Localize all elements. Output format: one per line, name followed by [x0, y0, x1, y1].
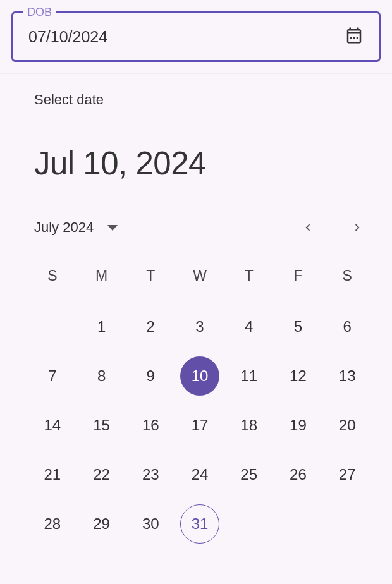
day-cell[interactable]: 5 [274, 302, 323, 351]
day-cell[interactable]: 3 [175, 302, 224, 351]
day-cell[interactable]: 27 [322, 450, 372, 499]
day-number: 27 [328, 455, 367, 494]
weekday-header: W [175, 259, 224, 302]
day-number: 29 [82, 504, 121, 544]
day-number: 19 [278, 406, 317, 445]
weekday-header: T [126, 259, 175, 302]
dob-input-label: DOB [23, 6, 56, 19]
calendar-grid: SMTWTFS123456789101112131415161718192021… [28, 259, 372, 549]
day-number: 30 [131, 504, 170, 544]
day-number: 8 [82, 356, 121, 396]
month-year-label: July 2024 [34, 219, 94, 236]
day-cell[interactable]: 4 [224, 302, 274, 351]
next-month-button[interactable] [350, 221, 364, 234]
day-cell[interactable]: 11 [224, 351, 274, 401]
day-cell[interactable]: 30 [126, 499, 175, 549]
weekday-header: F [274, 259, 323, 302]
day-number: 11 [230, 356, 269, 396]
calendar-icon[interactable] [345, 26, 364, 47]
day-cell[interactable]: 7 [28, 351, 77, 401]
day-number: 12 [278, 356, 317, 396]
day-number: 14 [33, 406, 72, 445]
day-number: 1 [82, 307, 121, 346]
day-cell[interactable]: 25 [224, 450, 274, 499]
day-number: 9 [131, 356, 170, 396]
day-number: 26 [278, 455, 317, 494]
dob-input[interactable]: DOB 07/10/2024 [11, 11, 381, 62]
chevron-down-icon [107, 225, 118, 231]
weekday-header: S [322, 259, 372, 302]
day-cell[interactable]: 28 [28, 499, 77, 549]
day-cell[interactable]: 15 [77, 401, 126, 450]
day-number: 15 [82, 406, 121, 445]
month-year-selector[interactable]: July 2024 [34, 219, 118, 236]
day-cell[interactable]: 29 [77, 499, 126, 549]
svg-rect-2 [357, 37, 358, 39]
day-number: 2 [131, 307, 170, 346]
day-number: 16 [131, 406, 170, 445]
date-picker: Select date Jul 10, 2024 July 2024 SMTWT… [0, 74, 392, 549]
day-cell[interactable]: 6 [322, 302, 372, 351]
day-number: 10 [180, 356, 219, 396]
day-number: 25 [230, 455, 269, 494]
day-cell[interactable]: 16 [126, 401, 175, 450]
weekday-header: T [224, 259, 274, 302]
day-number: 21 [33, 455, 72, 494]
day-number: 20 [328, 406, 367, 445]
day-cell[interactable]: 13 [322, 351, 372, 401]
day-cell[interactable]: 23 [126, 450, 175, 499]
day-number: 5 [278, 307, 317, 346]
day-number: 24 [180, 455, 219, 494]
day-cell[interactable]: 24 [175, 450, 224, 499]
day-cell[interactable]: 8 [77, 351, 126, 401]
day-number: 7 [33, 356, 72, 396]
day-number: 31 [180, 504, 219, 544]
day-number: 17 [180, 406, 219, 445]
svg-rect-1 [353, 37, 355, 39]
day-cell[interactable]: 10 [175, 351, 224, 401]
day-number: 3 [180, 307, 219, 346]
day-cell[interactable]: 9 [126, 351, 175, 401]
day-cell[interactable]: 17 [175, 401, 224, 450]
selected-date-headline: Jul 10, 2024 [34, 145, 360, 182]
prev-month-button[interactable] [301, 221, 315, 234]
day-number: 28 [33, 504, 72, 544]
select-date-label: Select date [34, 92, 360, 108]
chevron-right-icon [350, 221, 364, 234]
dob-input-value: 07/10/2024 [28, 28, 107, 46]
day-cell[interactable]: 21 [28, 450, 77, 499]
day-cell[interactable]: 12 [274, 351, 323, 401]
day-cell[interactable]: 20 [322, 401, 372, 450]
day-cell[interactable]: 26 [274, 450, 323, 499]
day-cell[interactable]: 19 [274, 401, 323, 450]
day-cell[interactable]: 14 [28, 401, 77, 450]
day-cell[interactable]: 22 [77, 450, 126, 499]
svg-rect-0 [350, 37, 352, 39]
day-number: 22 [82, 455, 121, 494]
day-cell[interactable]: 18 [224, 401, 274, 450]
day-cell[interactable]: 1 [77, 302, 126, 351]
weekday-header: M [77, 259, 126, 302]
day-cell[interactable]: 31 [175, 499, 224, 549]
day-number: 6 [328, 307, 367, 346]
day-cell[interactable]: 2 [126, 302, 175, 351]
day-number: 23 [131, 455, 170, 494]
day-number: 18 [230, 406, 269, 445]
chevron-left-icon [301, 221, 315, 234]
day-number: 4 [230, 307, 269, 346]
day-cell-empty [28, 302, 77, 351]
day-number: 13 [328, 356, 367, 396]
weekday-header: S [28, 259, 77, 302]
